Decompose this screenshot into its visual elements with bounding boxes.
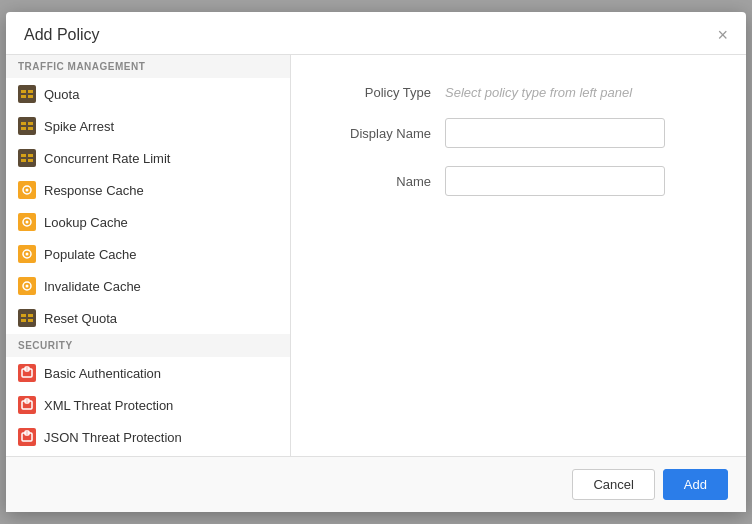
- svg-rect-31: [28, 319, 33, 322]
- svg-rect-8: [21, 127, 26, 130]
- svg-point-23: [26, 253, 29, 256]
- basic-authentication-icon: [18, 364, 36, 382]
- svg-point-26: [26, 285, 29, 288]
- policy-item-json-threat-protection[interactable]: JSON Threat Protection: [6, 421, 290, 453]
- svg-rect-5: [19, 118, 35, 134]
- display-name-input[interactable]: [445, 118, 665, 148]
- svg-rect-1: [21, 90, 26, 93]
- concurrent-rate-limit-icon: [18, 149, 36, 167]
- policy-type-label: Policy Type: [331, 85, 431, 100]
- svg-rect-2: [28, 90, 33, 93]
- svg-rect-27: [19, 310, 35, 326]
- xml-threat-protection-icon: [18, 396, 36, 414]
- policy-item-xml-threat-protection[interactable]: XML Threat Protection: [6, 389, 290, 421]
- section-header-security: SECURITY: [6, 334, 290, 357]
- json-threat-protection-icon: [18, 428, 36, 446]
- quota-icon: [18, 85, 36, 103]
- modal-overlay: Add Policy × TRAFFIC MANAGEMENTQuotaSpik…: [0, 0, 752, 524]
- svg-point-20: [26, 221, 29, 224]
- section-header-traffic-management: TRAFFIC MANAGEMENT: [6, 55, 290, 78]
- policy-item-regular-expression-protection[interactable]: Regular Expression Protection: [6, 453, 290, 456]
- svg-point-17: [26, 189, 29, 192]
- response-cache-icon: [18, 181, 36, 199]
- svg-rect-28: [21, 314, 26, 317]
- svg-rect-7: [28, 122, 33, 125]
- name-label: Name: [331, 174, 431, 189]
- svg-rect-29: [28, 314, 33, 317]
- populate-cache-icon: [18, 245, 36, 263]
- svg-rect-14: [28, 159, 33, 162]
- svg-rect-6: [21, 122, 26, 125]
- svg-rect-0: [19, 86, 35, 102]
- svg-rect-4: [28, 95, 33, 98]
- svg-rect-12: [28, 154, 33, 157]
- policy-item-populate-cache[interactable]: Populate Cache: [6, 238, 290, 270]
- display-name-row: Display Name: [331, 118, 706, 148]
- svg-rect-3: [21, 95, 26, 98]
- modal-title: Add Policy: [24, 26, 100, 44]
- policy-list-panel[interactable]: TRAFFIC MANAGEMENTQuotaSpike ArrestConcu…: [6, 55, 291, 456]
- reset-quota-label: Reset Quota: [44, 311, 117, 326]
- spike-arrest-icon: [18, 117, 36, 135]
- svg-rect-10: [19, 150, 35, 166]
- reset-quota-icon: [18, 309, 36, 327]
- policy-item-quota[interactable]: Quota: [6, 78, 290, 110]
- concurrent-rate-limit-label: Concurrent Rate Limit: [44, 151, 170, 166]
- policy-item-response-cache[interactable]: Response Cache: [6, 174, 290, 206]
- add-button[interactable]: Add: [663, 469, 728, 500]
- name-input[interactable]: [445, 166, 665, 196]
- add-policy-modal: Add Policy × TRAFFIC MANAGEMENTQuotaSpik…: [6, 12, 746, 512]
- basic-authentication-label: Basic Authentication: [44, 366, 161, 381]
- cancel-button[interactable]: Cancel: [572, 469, 654, 500]
- close-button[interactable]: ×: [717, 26, 728, 44]
- display-name-label: Display Name: [331, 126, 431, 141]
- policy-item-invalidate-cache[interactable]: Invalidate Cache: [6, 270, 290, 302]
- modal-header: Add Policy ×: [6, 12, 746, 55]
- json-threat-protection-label: JSON Threat Protection: [44, 430, 182, 445]
- svg-rect-11: [21, 154, 26, 157]
- modal-footer: Cancel Add: [6, 456, 746, 512]
- invalidate-cache-label: Invalidate Cache: [44, 279, 141, 294]
- policy-item-lookup-cache[interactable]: Lookup Cache: [6, 206, 290, 238]
- modal-body: TRAFFIC MANAGEMENTQuotaSpike ArrestConcu…: [6, 55, 746, 456]
- policy-form-panel: Policy Type Select policy type from left…: [291, 55, 746, 456]
- lookup-cache-icon: [18, 213, 36, 231]
- response-cache-label: Response Cache: [44, 183, 144, 198]
- lookup-cache-label: Lookup Cache: [44, 215, 128, 230]
- xml-threat-protection-label: XML Threat Protection: [44, 398, 173, 413]
- populate-cache-label: Populate Cache: [44, 247, 137, 262]
- policy-item-reset-quota[interactable]: Reset Quota: [6, 302, 290, 334]
- policy-type-value: Select policy type from left panel: [445, 85, 632, 100]
- svg-rect-30: [21, 319, 26, 322]
- policy-type-row: Policy Type Select policy type from left…: [331, 85, 706, 100]
- policy-item-concurrent-rate-limit[interactable]: Concurrent Rate Limit: [6, 142, 290, 174]
- policy-item-basic-authentication[interactable]: Basic Authentication: [6, 357, 290, 389]
- quota-label: Quota: [44, 87, 79, 102]
- svg-rect-13: [21, 159, 26, 162]
- name-row: Name: [331, 166, 706, 196]
- spike-arrest-label: Spike Arrest: [44, 119, 114, 134]
- policy-item-spike-arrest[interactable]: Spike Arrest: [6, 110, 290, 142]
- invalidate-cache-icon: [18, 277, 36, 295]
- svg-rect-9: [28, 127, 33, 130]
